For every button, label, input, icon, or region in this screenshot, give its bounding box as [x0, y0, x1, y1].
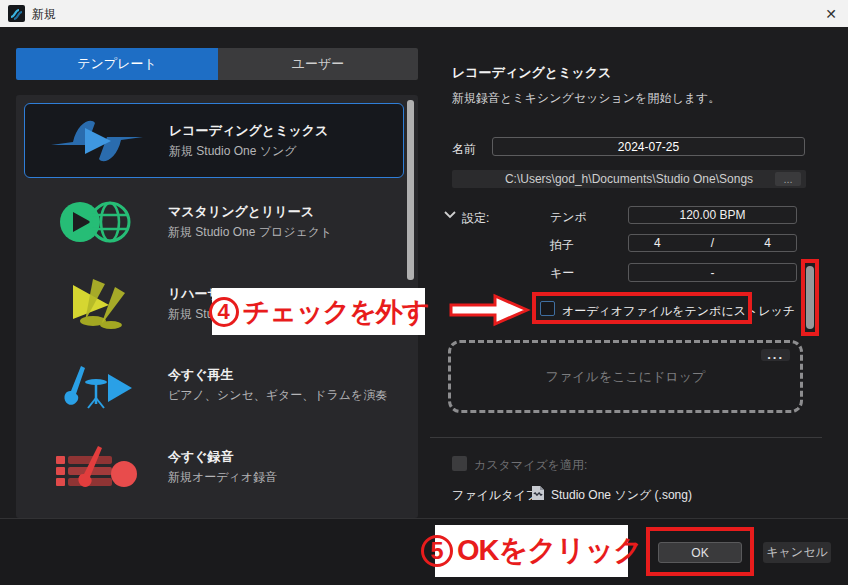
list-item-recording-mix[interactable]: レコーディングとミックス 新規 Studio One ソング [24, 103, 404, 178]
dropzone-menu-button[interactable]: ... [761, 349, 790, 361]
save-path-value: C:\Users\god_h\Documents\Studio One\Song… [505, 172, 753, 186]
name-label: 名前 [452, 141, 476, 158]
globe-play-icon [56, 198, 136, 246]
song-file-icon [531, 485, 545, 501]
settings-label[interactable]: 設定: [462, 210, 489, 227]
list-item-mastering-release[interactable]: マスタリングとリリース 新規 Studio One プロジェクト [24, 184, 404, 259]
chevron-down-icon[interactable] [444, 211, 456, 219]
cancel-button[interactable]: キャンセル [763, 542, 831, 563]
step4-number-badge: 4 [209, 297, 239, 327]
tab-template[interactable]: テンプレート [16, 48, 218, 80]
song-name-input[interactable]: 2024-07-25 [492, 137, 805, 156]
annotation-step4: 4 チェックを外す [212, 288, 425, 335]
highlight-box-checkbox [532, 292, 752, 324]
item-title: 今すぐ録音 [168, 448, 277, 466]
studio-one-app-icon [8, 5, 25, 22]
filetype-value: Studio One ソング (.song) [551, 487, 692, 504]
annotation-step5: 5 OKをクリック [435, 525, 628, 577]
divider [430, 437, 822, 438]
timesig-numerator[interactable]: 4 [654, 236, 661, 250]
timesig-label: 拍子 [550, 237, 574, 254]
item-title: 今すぐ再生 [168, 366, 387, 384]
customize-checkbox[interactable] [452, 456, 467, 471]
step4-text: チェックを外す [243, 294, 429, 330]
step5-text: OKをクリック [457, 531, 642, 571]
window-title: 新規 [32, 6, 56, 23]
dropzone-label: ファイルをここにドロップ [546, 368, 706, 386]
new-song-dialog: 新規 ✕ テンプレート ユーザー レコーディングとミックス 新規 Studio … [0, 0, 848, 585]
customize-label: カスタマイズを適用: [474, 457, 587, 474]
titlebar: 新規 ✕ [0, 0, 848, 27]
template-heading: レコーディングとミックス [452, 64, 611, 82]
item-subtitle: 新規 Studio One ソング [169, 143, 328, 160]
item-subtitle: 新規オーディオ録音 [168, 469, 277, 486]
record-icon [54, 442, 138, 492]
list-item-play-now[interactable]: 今すぐ再生 ピアノ、シンセ、ギター、ドラムを演奏 [24, 347, 404, 422]
file-dropzone[interactable]: ファイルをここにドロップ ... [448, 340, 803, 413]
tab-user[interactable]: ユーザー [218, 48, 418, 80]
item-title: レコーディングとミックス [169, 122, 328, 140]
tempo-label: テンポ [550, 209, 587, 226]
instruments-play-icon [58, 360, 134, 410]
highlight-box-scrollbar [801, 259, 819, 336]
highlight-box-ok [646, 527, 754, 576]
timesig-denominator[interactable]: 4 [764, 236, 771, 250]
item-title: マスタリングとリリース [168, 203, 332, 221]
timesig-separator: / [711, 236, 714, 250]
step5-number-badge: 5 [421, 535, 453, 567]
red-arrow-icon [449, 293, 531, 327]
key-label: キー [550, 265, 574, 282]
item-subtitle: 新規 Studio One プロジェクト [168, 224, 332, 241]
filetype-label: ファイルタイプ: [452, 487, 541, 504]
close-icon: ✕ [825, 6, 837, 22]
close-button[interactable]: ✕ [814, 0, 848, 27]
key-field[interactable]: - [628, 263, 797, 282]
wave-play-icon [47, 115, 147, 167]
save-path-field[interactable]: C:\Users\god_h\Documents\Studio One\Song… [452, 170, 806, 188]
tab-template-label: テンプレート [77, 55, 157, 73]
tab-user-label: ユーザー [292, 55, 345, 73]
list-scrollbar[interactable] [407, 100, 414, 280]
timesig-field[interactable]: 4 / 4 [628, 234, 797, 252]
item-subtitle: ピアノ、シンセ、ギター、ドラムを演奏 [168, 387, 387, 404]
list-item-record-now[interactable]: 今すぐ録音 新規オーディオ録音 [24, 429, 404, 504]
spotlight-play-icon [63, 279, 129, 329]
browse-button[interactable]: ... [775, 172, 801, 186]
tempo-field[interactable]: 120.00 BPM [628, 206, 797, 224]
template-description: 新規録音とミキシングセッションを開始します。 [452, 90, 720, 107]
